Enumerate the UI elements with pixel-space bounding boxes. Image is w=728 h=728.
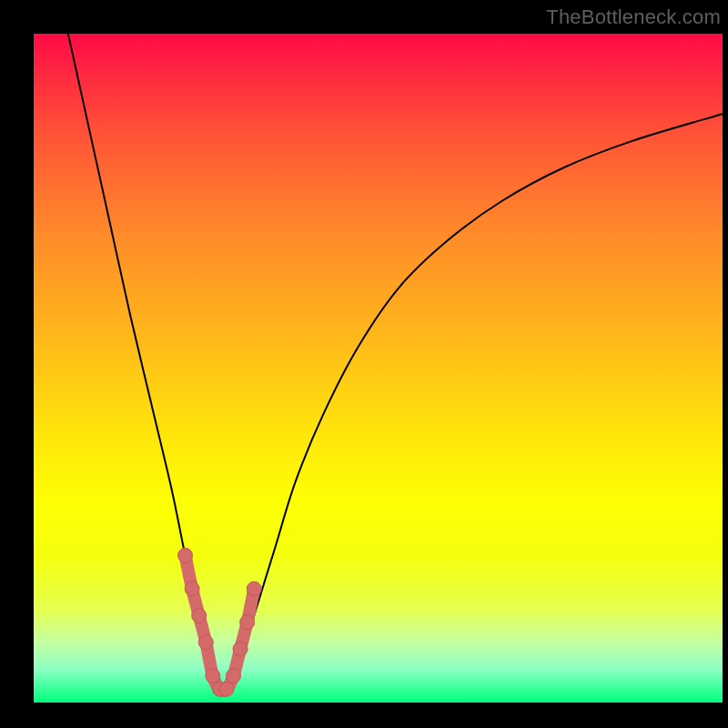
bottleneck-curve-line (68, 34, 723, 693)
optimal-marker (247, 581, 261, 596)
chart-plot-area (34, 34, 723, 703)
optimal-marker (185, 581, 199, 596)
chart-frame: TheBottleneck.com (0, 0, 728, 728)
optimal-marker (240, 615, 255, 630)
optimal-marker (198, 635, 213, 650)
optimal-marker (227, 669, 241, 683)
watermark-text: TheBottleneck.com (546, 5, 721, 29)
optimal-marker (206, 669, 220, 683)
optimal-marker (219, 682, 234, 696)
optimal-marker (233, 642, 248, 656)
bottleneck-curve-svg (34, 34, 723, 703)
optimal-marker (192, 608, 207, 622)
optimal-marker (178, 548, 193, 562)
